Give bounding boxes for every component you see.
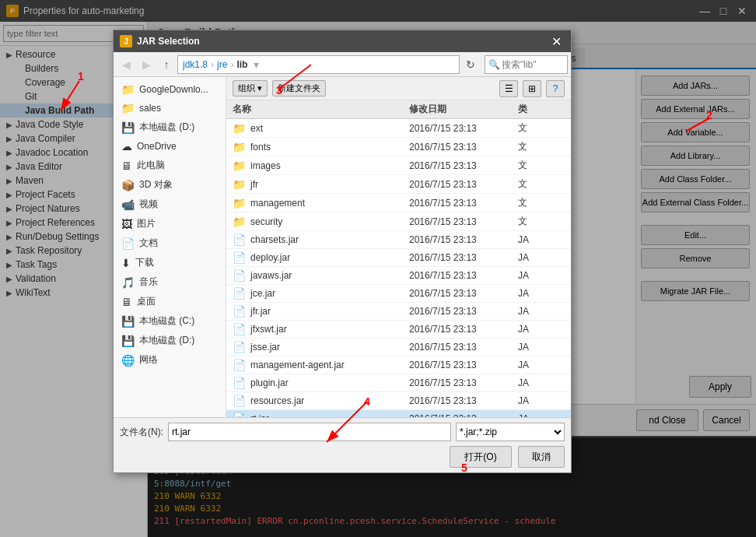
nav-folder-item[interactable]: 🖥此电脑 [114, 156, 226, 175]
file-row[interactable]: 📄management-agent.jar2016/7/15 23:13JA [226, 356, 571, 374]
search-input[interactable] [502, 59, 564, 70]
search-icon: 🔍 [488, 59, 500, 70]
nav-up-button[interactable]: ↑ [157, 55, 176, 74]
filename-label: 文件名(N): [120, 426, 163, 439]
nav-folder-item[interactable]: 📁sales [114, 99, 226, 118]
dialog-bottom: 文件名(N): *.jar;*.zip 打开(O) 取消 [114, 417, 571, 472]
file-row[interactable]: 📄deploy.jar2016/7/15 23:13JA [226, 249, 571, 267]
col-type: 类 [518, 103, 565, 116]
nav-forward-button[interactable]: ▶ [137, 55, 156, 74]
view-toggle-button[interactable]: ☰ [499, 80, 518, 97]
nav-folder-item[interactable]: 💾本地磁盘 (D:) [114, 331, 226, 350]
main-window: P Properties for auto-marketing — □ ✕ ▶R… [0, 0, 756, 537]
col-name: 名称 [233, 103, 409, 116]
file-row[interactable]: 📁fonts2016/7/15 23:13文 [226, 138, 571, 156]
nav-folder-item[interactable]: 🎵音乐 [114, 272, 226, 292]
nav-folder-item[interactable]: 🌐网络 [114, 350, 226, 370]
dialog-open-button[interactable]: 打开(O) [450, 446, 512, 468]
file-row[interactable]: 📄javaws.jar2016/7/15 23:13JA [226, 267, 571, 285]
breadcrumb-jdk[interactable]: jdk1.8 [183, 59, 208, 70]
file-list-header: 名称 修改日期 类 [226, 100, 571, 119]
file-row[interactable]: 📁security2016/7/15 23:13文 [226, 212, 571, 231]
file-list-area: 组织 ▾ 新建文件夹 ☰ ⊞ ? 名称 修改日期 类 [226, 77, 571, 417]
organize-button[interactable]: 组织 ▾ [233, 80, 268, 97]
dialog-title-bar: J JAR Selection ✕ [114, 30, 571, 52]
nav-folder-item[interactable]: 📄文档 [114, 233, 226, 253]
new-folder-button[interactable]: 新建文件夹 [272, 80, 326, 97]
breadcrumb-sep1: › [211, 59, 214, 70]
nav-back-button[interactable]: ◀ [117, 55, 135, 74]
nav-folder-item[interactable]: 📹视频 [114, 195, 226, 214]
nav-folder-item[interactable]: 📁GoogleDownlo... [114, 80, 226, 99]
filename-row: 文件名(N): *.jar;*.zip [120, 423, 565, 441]
view-grid-button[interactable]: ⊞ [523, 80, 541, 97]
dialog-close-button[interactable]: ✕ [548, 34, 565, 49]
nav-folder-item[interactable]: 📦3D 对象 [114, 175, 226, 195]
file-row[interactable]: 📁jfr2016/7/15 23:13文 [226, 175, 571, 194]
nav-folder-item[interactable]: 💾本地磁盘 (C:) [114, 311, 226, 331]
dialog-body: 📁GoogleDownlo...📁sales💾本地磁盘 (D:)☁OneDriv… [114, 77, 571, 417]
file-row[interactable]: 📄jfr.jar2016/7/15 23:13JA [226, 303, 571, 321]
breadcrumb-jre[interactable]: jre [217, 59, 227, 70]
col-modified: 修改日期 [409, 103, 518, 116]
breadcrumb-sep2: › [230, 59, 233, 70]
filename-input[interactable] [168, 423, 451, 441]
breadcrumb-expand-button[interactable]: ▾ [254, 58, 259, 71]
dialog-title: JAR Selection [137, 36, 200, 47]
file-row[interactable]: 📁images2016/7/15 23:13文 [226, 156, 571, 175]
nav-folder-item[interactable]: ☁OneDrive [114, 137, 226, 156]
file-row[interactable]: 📁management2016/7/15 23:13文 [226, 194, 571, 212]
file-row[interactable]: 📄resources.jar2016/7/15 23:13JA [226, 392, 571, 410]
dialog-left-nav: 📁GoogleDownlo...📁sales💾本地磁盘 (D:)☁OneDriv… [114, 77, 226, 417]
file-row[interactable]: 📄rt.jar2016/7/15 23:13JA [226, 410, 571, 417]
nav-folder-item[interactable]: 🖥桌面 [114, 292, 226, 311]
dialog-cancel-button[interactable]: 取消 [518, 446, 565, 468]
breadcrumb-bar: jdk1.8 › jre › lib ▾ [177, 55, 460, 74]
file-row[interactable]: 📁ext2016/7/15 23:13文 [226, 119, 571, 138]
help-button[interactable]: ? [546, 80, 565, 97]
file-row[interactable]: 📄jce.jar2016/7/15 23:13JA [226, 285, 571, 303]
dialog-icon: J [120, 35, 132, 47]
nav-folder-item[interactable]: 🖼图片 [114, 214, 226, 233]
nav-folder-item[interactable]: 💾本地磁盘 (D:) [114, 118, 226, 137]
search-box: 🔍 [485, 55, 568, 74]
file-list-scroll[interactable]: 📁ext2016/7/15 23:13文📁fonts2016/7/15 23:1… [226, 119, 571, 417]
file-row[interactable]: 📄jsse.jar2016/7/15 23:13JA [226, 339, 571, 356]
dialog-overlay: J JAR Selection ✕ ◀ ▶ ↑ jdk1.8 › jre › l… [0, 0, 756, 537]
dialog-nav-bar: ◀ ▶ ↑ jdk1.8 › jre › lib ▾ ↻ 🔍 [114, 52, 571, 77]
nav-refresh-button[interactable]: ↻ [461, 55, 480, 74]
breadcrumb-lib: lib [236, 59, 247, 70]
file-row[interactable]: 📄plugin.jar2016/7/15 23:13JA [226, 374, 571, 392]
nav-folder-item[interactable]: ⬇下载 [114, 253, 226, 272]
file-row[interactable]: 📄charsets.jar2016/7/15 23:13JA [226, 231, 571, 249]
file-toolbar: 组织 ▾ 新建文件夹 ☰ ⊞ ? [226, 77, 571, 100]
file-row[interactable]: 📄jfxswt.jar2016/7/15 23:13JA [226, 321, 571, 339]
jar-selection-dialog: J JAR Selection ✕ ◀ ▶ ↑ jdk1.8 › jre › l… [113, 30, 572, 473]
dialog-action-buttons: 打开(O) 取消 [120, 446, 565, 468]
filetype-select[interactable]: *.jar;*.zip [456, 423, 565, 441]
